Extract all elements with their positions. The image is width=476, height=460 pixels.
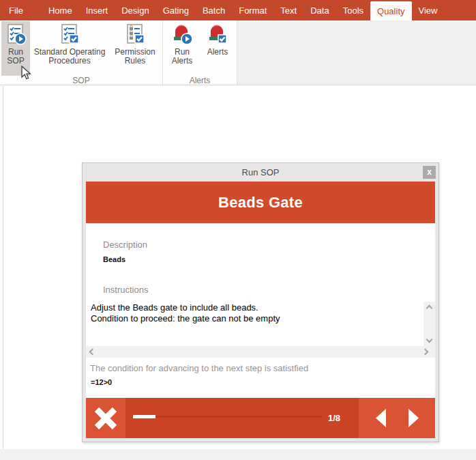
vertical-scrollbar[interactable] [423,302,435,347]
dialog-title-bar[interactable]: Run SOP x [83,163,438,182]
description-value: Beads [103,255,125,263]
checklist-play-icon [5,23,27,45]
tab-quality[interactable]: Quality [370,1,411,20]
stop-x-icon [93,406,118,431]
sop-step-body: Description Beads Instructions Adjust th… [86,223,435,398]
sop-progress-panel: 1/8 [125,398,359,438]
previous-step-button[interactable] [376,409,387,427]
next-arrow-icon [408,409,419,427]
tab-data[interactable]: Data [303,0,336,20]
run-alerts-label: Run Alerts [166,48,198,66]
horizontal-scrollbar[interactable] [86,346,435,358]
tab-view[interactable]: View [412,0,445,20]
tab-batch[interactable]: Batch [196,0,232,20]
scroll-up-icon[interactable] [426,305,432,311]
instructions-line: Condition to proceed: the gate can not b… [91,313,421,324]
tab-design[interactable]: Design [115,0,155,20]
stop-sop-button[interactable] [86,398,125,438]
run-alerts-button[interactable]: Run Alerts [164,21,200,76]
instructions-label: Instructions [103,285,148,295]
tab-home[interactable]: Home [42,0,79,20]
tab-tools[interactable]: Tools [336,0,370,20]
condition-status-text: The condition for advancing to the next … [90,363,308,373]
group-label-alerts: Alerts [164,76,235,85]
close-icon[interactable]: x [423,166,436,179]
standard-operating-procedures-label: Standard Operating Procedures [32,48,107,66]
beacon-check-icon [207,23,228,45]
permission-rules-button[interactable]: Permission Rules [109,21,161,76]
run-sop-dialog: Run SOP x Beads Gate Description Beads I… [82,162,439,442]
progress-track [155,416,322,418]
run-sop-label: Run SOP [3,48,28,66]
standard-operating-procedures-button[interactable]: Standard Operating Procedures [30,21,109,76]
instructions-text: Adjust the Beads gate to include all bea… [86,300,423,346]
instructions-box: Adjust the Beads gate to include all bea… [86,300,435,358]
dialog-content: Beads Gate Description Beads Instruction… [86,182,435,438]
canvas-left-border [3,86,3,449]
tab-insert[interactable]: Insert [79,0,115,20]
page-indicator: 1/8 [328,398,340,438]
previous-arrow-icon [376,409,387,427]
scroll-left-icon[interactable] [89,349,95,354]
mouse-cursor-icon [21,66,31,81]
ribbon-tab-bar: File Home Insert Design Gating Batch For… [0,0,476,20]
tab-text[interactable]: Text [273,0,303,20]
sop-nav-panel [359,398,435,438]
instructions-line: Adjust the Beads gate to include all bea… [91,302,421,313]
sop-step-title: Beads Gate [218,194,303,212]
beacon-play-icon [171,23,193,45]
scroll-right-icon[interactable] [423,349,429,354]
alerts-label: Alerts [207,48,228,57]
scroll-down-icon[interactable] [426,338,432,343]
permission-rules-label: Permission Rules [111,48,159,66]
sop-wizard-bar: 1/8 [86,398,435,438]
locks-check-icon [124,23,146,45]
condition-expression: =12>0 [91,378,112,386]
dialog-title: Run SOP [83,163,438,182]
tab-gating[interactable]: Gating [156,0,196,20]
tab-file[interactable]: File [0,0,32,20]
alerts-button[interactable]: Alerts [200,21,235,76]
sop-step-header: Beads Gate [86,182,435,223]
canvas-bottom-strip [0,449,476,460]
tab-format[interactable]: Format [232,0,273,20]
progress-completed-segment [133,415,155,418]
checklist-check-icon [59,23,80,45]
ribbon-group-alerts: Run Alerts Alerts Alerts [163,20,237,85]
description-label: Description [103,240,147,250]
next-step-button[interactable] [408,409,419,427]
ribbon: Run SOP [0,20,476,85]
